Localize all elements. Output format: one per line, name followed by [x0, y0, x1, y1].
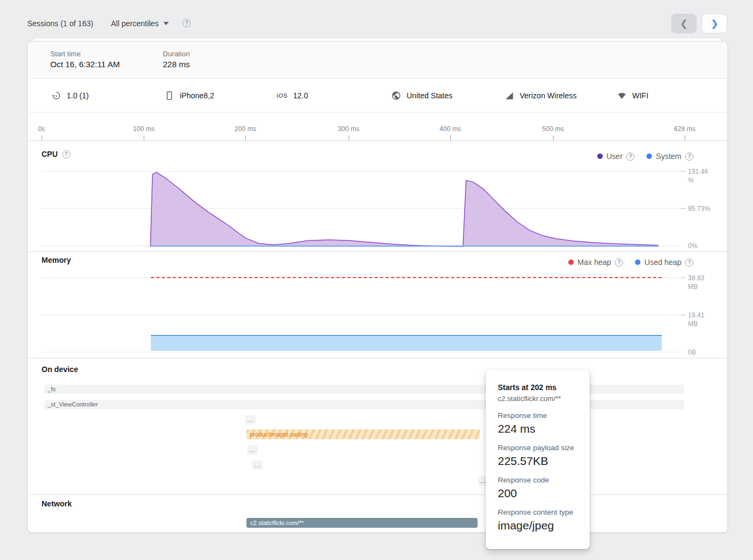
duration-value: 228 ms [163, 60, 190, 69]
help-icon[interactable]: ? [615, 258, 623, 267]
chevron-down-icon [163, 22, 169, 25]
memory-section-title: Memory [42, 256, 71, 264]
cpu-user-area [150, 172, 658, 246]
sessions-count-label: Sessions (1 of 163) [27, 19, 93, 28]
percentile-dropdown[interactable]: All percentiles [111, 16, 169, 31]
device-model-value: iPhone8,2 [180, 91, 214, 100]
tooltip-field-label: Response code [498, 476, 578, 484]
start-time-value: Oct 16, 6:32:11 AM [50, 60, 120, 69]
help-icon[interactable]: ? [183, 19, 191, 27]
phone-icon [164, 91, 174, 101]
system-legend-dot [646, 154, 652, 159]
tooltip-field-value: 225.57KB [498, 455, 578, 468]
on-device-section [28, 358, 727, 495]
ruler-tick-label: 200 ms [234, 125, 256, 133]
collapsed-trace-pill[interactable]: ... [247, 445, 258, 455]
previous-session-button[interactable]: ❮ [671, 14, 697, 33]
memory-max-heap-line[interactable] [151, 277, 662, 278]
used-heap-legend-label: Used heap [644, 258, 681, 267]
cpu-chart[interactable] [42, 171, 681, 247]
ruler-tick-mark [42, 135, 42, 140]
memory-gridline [42, 352, 681, 352]
duration-label: Duration [163, 50, 190, 58]
cpu-title-text: CPU [42, 150, 58, 158]
ruler-tick-mark [349, 135, 349, 140]
ruler-tick-mark [245, 135, 246, 140]
ruler-tick-label: 300 ms [338, 125, 359, 133]
tooltip-field-label: Response content type [498, 508, 578, 516]
tooltip-field-value: 200 [498, 487, 578, 500]
max-heap-legend-dot [568, 260, 574, 265]
start-time-label: Start time [50, 50, 81, 58]
tooltip-field-label: Response time [498, 411, 578, 420]
chevron-right-icon: ❯ [710, 19, 718, 28]
max-heap-legend-label: Max heap [578, 258, 611, 267]
cpu-ytick-max: 191.46 % [688, 167, 714, 185]
help-icon[interactable]: ? [685, 152, 693, 161]
memory-ytick-mid: 19.41 MB [688, 311, 714, 328]
collapsed-trace-pill[interactable]: ... [252, 461, 263, 470]
ruler-tick-label: 628 ms [674, 125, 695, 133]
network-request-bar[interactable]: c2.staticflickr.com/** [246, 518, 478, 528]
carrier-item: Verizon Wireless [504, 79, 576, 113]
tooltip-field-value: image/jpeg [498, 519, 578, 532]
system-legend-label: System [656, 152, 681, 161]
cpu-section-title: CPU ? [42, 150, 70, 158]
radio-value: WIFI [632, 91, 649, 100]
next-session-button[interactable]: ❯ [702, 14, 727, 33]
used-heap-legend-dot [635, 260, 640, 265]
percentile-dropdown-value: All percentiles [111, 19, 158, 28]
ruler-tick-mark [144, 135, 144, 140]
session-info-strip: Start time Oct 16, 6:32:11 AM Duration 2… [28, 42, 727, 79]
help-icon[interactable]: ? [685, 258, 693, 267]
ruler-tick-label: 500 ms [542, 125, 563, 133]
help-icon[interactable]: ? [626, 152, 634, 161]
on-device-title-text: On device [42, 365, 78, 374]
memory-ytick-zero: 0B [688, 348, 714, 357]
network-title-text: Network [42, 499, 72, 508]
memory-ytick-max: 38.83 MB [688, 274, 714, 291]
memory-legend: Max heap ? Used heap ? [568, 258, 693, 267]
ios-logo-icon: iOS [277, 92, 287, 99]
page-header: Sessions (1 of 163) All percentiles ? ❮ … [0, 0, 753, 36]
tooltip-url: c2.staticflickr.com/** [498, 394, 578, 403]
radio-item: WIFI [617, 79, 649, 113]
memory-axis-dash [681, 278, 686, 278]
ruler-tick-mark [553, 135, 554, 140]
trace-bar-product-image-loading[interactable]: productImageLoading [246, 429, 480, 439]
cpu-axis-dash [681, 171, 686, 172]
memory-gridline [42, 315, 681, 315]
ruler-tick-mark [685, 135, 685, 140]
app-version-value: 1.0 (1) [67, 91, 89, 100]
country-item: United States [391, 79, 452, 113]
memory-axis-dash [681, 315, 686, 315]
country-value: United States [407, 91, 452, 100]
ruler-tick-mark [450, 135, 451, 140]
chevron-left-icon: ❮ [680, 19, 687, 28]
timeline-ruler[interactable]: 0s 100 ms 200 ms 300 ms 400 ms 500 ms 62… [28, 113, 727, 141]
tooltip-start-time: Starts at 202 ms [498, 383, 578, 392]
cpu-legend: User ? System ? [597, 152, 693, 161]
help-icon[interactable]: ? [62, 150, 70, 158]
network-section-title: Network [42, 499, 72, 508]
collapsed-trace-pill[interactable]: ... [245, 415, 256, 425]
os-version-item: iOS 12.0 [277, 79, 308, 113]
ruler-tick-label: 400 ms [439, 125, 461, 133]
session-detail-card: Start time Oct 16, 6:32:11 AM Duration 2… [27, 41, 728, 533]
ruler-tick-label: 100 ms [133, 125, 154, 133]
cell-signal-icon [504, 91, 514, 101]
app-version-icon: v [51, 91, 61, 101]
tooltip-field-value: 224 ms [498, 422, 578, 435]
device-attributes-row: v 1.0 (1) iPhone8,2 iOS 12.0 United Stat… [28, 79, 727, 113]
user-legend-dot [597, 154, 603, 159]
os-version-value: 12.0 [293, 91, 308, 100]
app-version-item: v 1.0 (1) [51, 79, 89, 113]
network-request-tooltip: Starts at 202 ms c2.staticflickr.com/** … [486, 370, 590, 549]
ruler-tick-label: 0s [38, 125, 45, 133]
user-legend-label: User [607, 152, 623, 161]
cpu-chart-svg [42, 171, 681, 247]
memory-used-heap-band[interactable] [151, 335, 662, 351]
carrier-value: Verizon Wireless [520, 91, 576, 100]
device-model-item: iPhone8,2 [164, 79, 214, 113]
cpu-ytick-zero: 0% [688, 241, 714, 250]
